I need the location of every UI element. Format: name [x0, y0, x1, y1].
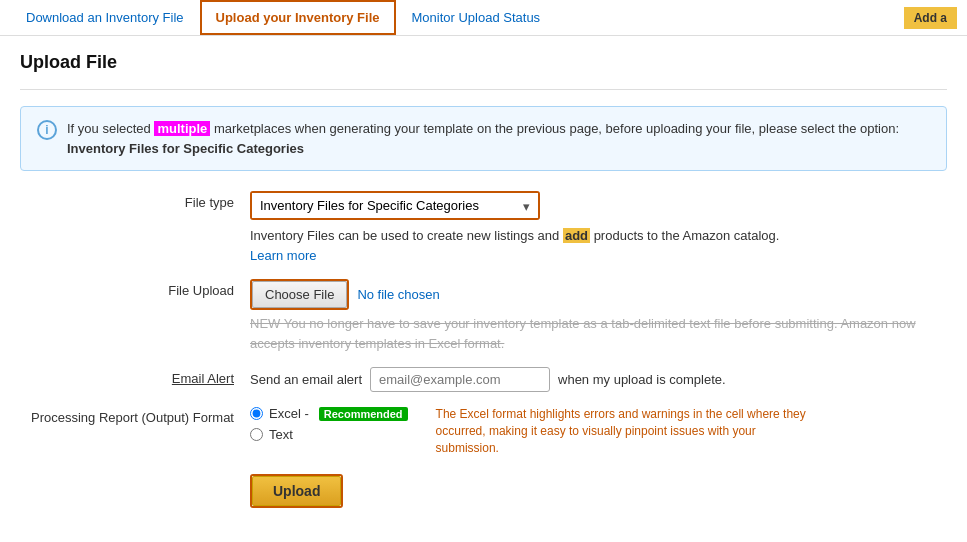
- file-type-label: File type: [30, 191, 250, 210]
- file-type-select[interactable]: Inventory Files for Specific Categories …: [252, 193, 538, 218]
- processing-report-label: Processing Report (Output) Format: [30, 406, 250, 425]
- learn-more-link[interactable]: Learn more: [250, 248, 316, 263]
- no-file-text: No file chosen: [357, 287, 439, 302]
- file-upload-area: Choose File No file chosen: [250, 279, 937, 310]
- processing-description: The Excel format highlights errors and w…: [436, 406, 816, 456]
- upload-note: NEW You no longer have to save your inve…: [250, 314, 937, 353]
- file-upload-label: File Upload: [30, 279, 250, 298]
- nav-monitor[interactable]: Monitor Upload Status: [396, 0, 557, 35]
- email-alert-content: Send an email alert when my upload is co…: [250, 367, 937, 392]
- new-text: NEW You no longer have to save your inve…: [250, 316, 916, 351]
- nav-upload[interactable]: Upload your Inventory File: [200, 0, 396, 35]
- info-text-before: If you selected: [67, 121, 154, 136]
- processing-row: Excel - Recommended Text The Excel forma…: [250, 406, 937, 456]
- file-desc-after: products to the Amazon catalog.: [590, 228, 779, 243]
- email-alert-label: Email Alert: [30, 367, 250, 386]
- radio-excel-label: Excel -: [269, 406, 309, 421]
- processing-report-content: Excel - Recommended Text The Excel forma…: [250, 406, 937, 456]
- email-before-text: Send an email alert: [250, 372, 362, 387]
- main-content: Upload File i If you selected multiple m…: [0, 36, 967, 538]
- email-alert-row: Email Alert Send an email alert when my …: [20, 367, 947, 392]
- choose-file-button[interactable]: Choose File: [252, 281, 347, 308]
- email-row: Send an email alert when my upload is co…: [250, 367, 937, 392]
- nav-add-label: Add a: [904, 7, 957, 29]
- file-upload-content: Choose File No file chosen NEW You no lo…: [250, 279, 937, 353]
- file-upload-row: File Upload Choose File No file chosen N…: [20, 279, 947, 353]
- nav-download[interactable]: Download an Inventory File: [10, 0, 200, 35]
- radio-text: Text: [250, 427, 408, 442]
- divider: [20, 89, 947, 90]
- radio-excel-input[interactable]: [250, 407, 263, 420]
- choose-file-btn-wrapper: Choose File: [250, 279, 349, 310]
- file-type-description: Inventory Files can be used to create ne…: [250, 226, 937, 265]
- radio-text-label: Text: [269, 427, 293, 442]
- page-title: Upload File: [20, 52, 947, 73]
- info-text: If you selected multiple marketplaces wh…: [67, 119, 930, 158]
- radio-text-input[interactable]: [250, 428, 263, 441]
- email-after-text: when my upload is complete.: [558, 372, 726, 387]
- file-desc-before: Inventory Files can be used to create ne…: [250, 228, 563, 243]
- info-highlight-multiple: multiple: [154, 121, 210, 136]
- file-type-content: Inventory Files for Specific Categories …: [250, 191, 937, 265]
- file-type-select-wrapper: Inventory Files for Specific Categories …: [250, 191, 540, 220]
- info-icon: i: [37, 120, 57, 140]
- radio-group: Excel - Recommended Text: [250, 406, 408, 442]
- top-navigation: Download an Inventory File Upload your I…: [0, 0, 967, 36]
- file-type-select-container: Inventory Files for Specific Categories …: [252, 193, 538, 218]
- upload-button-row: Upload: [20, 470, 947, 508]
- upload-btn-container: Upload: [250, 470, 343, 508]
- email-input[interactable]: [370, 367, 550, 392]
- radio-excel: Excel - Recommended: [250, 406, 408, 421]
- info-bold-text: Inventory Files for Specific Categories: [67, 141, 304, 156]
- info-text-middle: marketplaces when generating your templa…: [210, 121, 899, 136]
- file-type-row: File type Inventory Files for Specific C…: [20, 191, 947, 265]
- upload-button[interactable]: Upload: [252, 476, 341, 506]
- recommended-badge: Recommended: [319, 407, 408, 421]
- file-desc-add: add: [563, 228, 590, 243]
- processing-report-row: Processing Report (Output) Format Excel …: [20, 406, 947, 456]
- info-box: i If you selected multiple marketplaces …: [20, 106, 947, 171]
- upload-btn-wrapper: Upload: [250, 474, 343, 508]
